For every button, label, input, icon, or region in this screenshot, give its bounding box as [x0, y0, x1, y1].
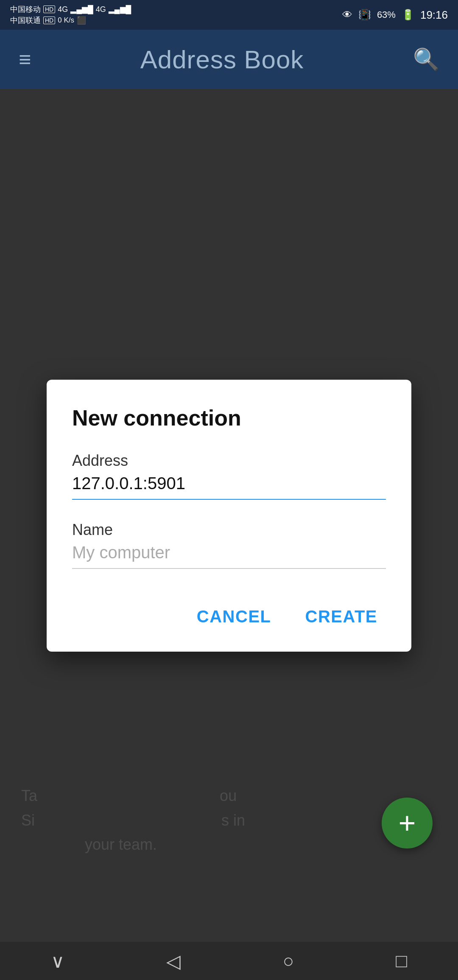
- carrier2-row: 中国联通 HD 0 K/s ⬛: [10, 15, 131, 25]
- search-button[interactable]: 🔍: [413, 47, 439, 72]
- network-4g-2: 4G: [96, 5, 106, 14]
- create-button[interactable]: CREATE: [297, 603, 386, 630]
- name-input[interactable]: [72, 539, 386, 569]
- battery-icon: 🔋: [402, 9, 414, 21]
- dialog-overlay: New connection Address Name CANCEL CREAT…: [0, 89, 458, 942]
- carrier2-hd-badge: HD: [43, 17, 55, 24]
- screen-icon: ⬛: [77, 16, 86, 25]
- data-speed: 0 K/s: [58, 16, 74, 25]
- carrier1-hd-badge: HD: [43, 6, 55, 13]
- nav-back-button[interactable]: ◁: [166, 950, 181, 972]
- hamburger-icon: ≡: [19, 48, 31, 71]
- nav-recent-button[interactable]: □: [396, 950, 407, 972]
- cancel-button[interactable]: CANCEL: [188, 603, 280, 630]
- page-title: Address Book: [140, 45, 304, 74]
- dialog-actions: CANCEL CREATE: [72, 603, 386, 630]
- nav-down-button[interactable]: ∨: [51, 950, 64, 972]
- carrier2-name: 中国联通: [10, 15, 41, 25]
- signal-bars-2: ▂▄▆█: [109, 5, 131, 14]
- hamburger-menu-button[interactable]: ≡: [19, 49, 31, 70]
- eye-icon: 👁: [342, 9, 352, 21]
- nav-home-button[interactable]: ○: [283, 950, 294, 972]
- name-label: Name: [72, 521, 113, 538]
- search-icon: 🔍: [413, 48, 439, 71]
- background-content: Ta ou Si s in your team. + New connectio…: [0, 89, 458, 942]
- carrier1-name: 中国移动: [10, 4, 41, 14]
- signal-bars-1: ▂▄▆█: [70, 5, 93, 14]
- status-right-icons: 👁 📳 63% 🔋 19:16: [342, 8, 448, 22]
- carrier-info: 中国移动 HD 4G ▂▄▆█ 4G ▂▄▆█ 中国联通 HD 0 K/s ⬛: [10, 4, 131, 25]
- clock: 19:16: [420, 8, 448, 22]
- vibrate-icon: 📳: [358, 9, 371, 21]
- address-label: Address: [72, 452, 128, 469]
- nav-bar: ∨ ◁ ○ □: [0, 942, 458, 980]
- carrier1-row: 中国移动 HD 4G ▂▄▆█ 4G ▂▄▆█: [10, 4, 131, 14]
- dialog-title: New connection: [72, 405, 386, 431]
- status-bar: 中国移动 HD 4G ▂▄▆█ 4G ▂▄▆█ 中国联通 HD 0 K/s ⬛ …: [0, 0, 458, 30]
- new-connection-dialog: New connection Address Name CANCEL CREAT…: [47, 380, 411, 652]
- battery-percentage: 63%: [377, 9, 396, 20]
- network-4g: 4G: [58, 5, 68, 14]
- address-input[interactable]: [72, 470, 386, 500]
- app-bar: ≡ Address Book 🔍: [0, 30, 458, 89]
